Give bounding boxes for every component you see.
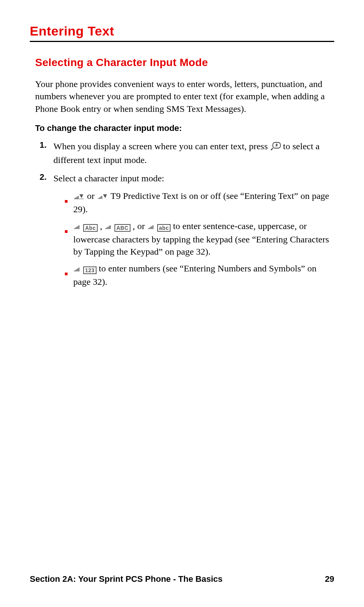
bullet-t9: or T9 Predictive Text is on or off (see … xyxy=(53,190,334,215)
signal-icon xyxy=(73,221,81,233)
signal-icon xyxy=(147,221,155,233)
step-2: 2. Select a character input mode: xyxy=(35,172,334,292)
step-body: Select a character input mode: xyxy=(53,172,334,292)
bullet-body: 123 to enter numbers (see “Entering Numb… xyxy=(73,262,334,288)
subheading-selecting-mode: Selecting a Character Input Mode xyxy=(35,57,334,69)
signal-pencil-icon xyxy=(73,190,85,203)
bullet-marker xyxy=(65,220,73,258)
mode-abc-upper-icon: ABC xyxy=(114,224,130,232)
step-1-text-before: When you display a screen where you can … xyxy=(53,141,270,151)
footer-section-label: Section 2A: Your Sprint PCS Phone - The … xyxy=(30,574,222,584)
instruction-label: To change the character input mode: xyxy=(35,123,334,133)
mode-123-icon: 123 xyxy=(83,266,97,274)
step-2-text: Select a character input mode: xyxy=(53,173,164,183)
bullet-abc: Abc , ABC , or abc to enter sen xyxy=(53,220,334,258)
bullet-t9-tail: T9 Predictive Text is on or off (see “En… xyxy=(73,191,329,214)
bullet-list: or T9 Predictive Text is on or off (see … xyxy=(53,190,334,288)
bullet-abc-comma1: , xyxy=(100,221,105,231)
ordered-steps: 1. When you display a screen where you c… xyxy=(35,140,334,292)
svg-text:#: # xyxy=(275,143,278,147)
bullet-body: or T9 Predictive Text is on or off (see … xyxy=(73,190,334,215)
bullet-t9-or: or xyxy=(87,191,97,201)
step-1: 1. When you display a screen where you c… xyxy=(35,140,334,166)
signal-icon xyxy=(73,263,81,275)
heading-entering-text: Entering Text xyxy=(30,24,334,42)
pound-key-icon: # xyxy=(270,141,281,153)
footer-page-number: 29 xyxy=(325,574,334,584)
mode-abc-mixed-icon: Abc xyxy=(83,224,98,232)
mode-abc-lower-icon: abc xyxy=(157,224,171,232)
bullet-123: 123 to enter numbers (see “Entering Numb… xyxy=(53,262,334,288)
bullet-marker xyxy=(65,262,73,288)
bullet-abc-comma-or: , or xyxy=(133,221,147,231)
document-page: Entering Text Selecting a Character Inpu… xyxy=(0,0,364,607)
bullet-marker xyxy=(65,190,73,215)
bullet-body: Abc , ABC , or abc to enter sen xyxy=(73,220,334,258)
bullet-123-tail: to enter numbers (see “Entering Numbers … xyxy=(73,263,316,286)
step-number: 1. xyxy=(35,140,53,166)
page-footer: Section 2A: Your Sprint PCS Phone - The … xyxy=(30,574,334,584)
step-body: When you display a screen where you can … xyxy=(53,140,334,166)
signal-icon xyxy=(105,221,112,233)
step-number: 2. xyxy=(35,172,53,292)
signal-pencil-off-icon xyxy=(97,190,108,203)
intro-paragraph: Your phone provides convenient ways to e… xyxy=(35,78,334,115)
